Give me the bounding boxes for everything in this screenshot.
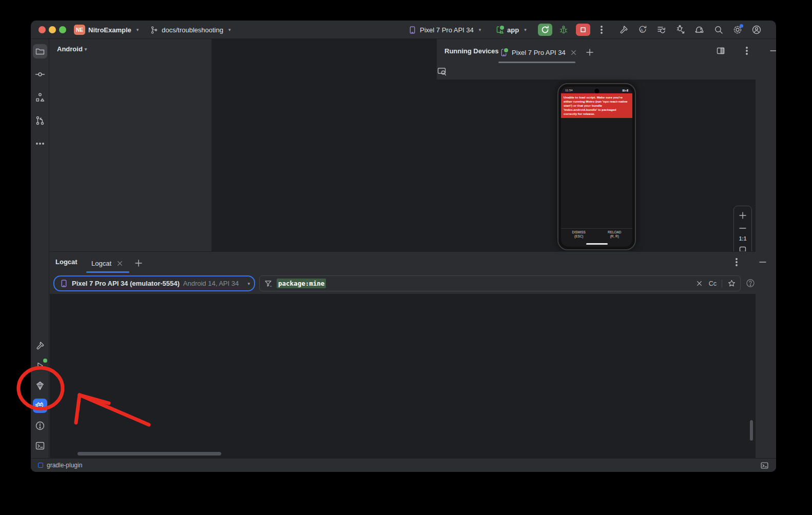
minimize-window-button[interactable]: [49, 26, 56, 33]
panel-more-icon[interactable]: [742, 46, 752, 56]
emulator-screen: 11:54▦▴▮ Unable to load script. Make sur…: [561, 87, 632, 247]
clear-filter-icon[interactable]: [695, 279, 704, 288]
branch-icon: [150, 26, 159, 34]
active-tab-underline: [86, 271, 129, 273]
run-tool-icon[interactable]: [33, 359, 47, 373]
device-tab[interactable]: Pixel 7 Pro API 34: [499, 44, 595, 61]
project-view-selector[interactable]: Android▾: [50, 39, 211, 58]
help-icon[interactable]: [745, 278, 756, 288]
log-output: [50, 294, 756, 459]
emulator-phone[interactable]: 11:54▦▴▮ Unable to load script. Make sur…: [557, 83, 636, 250]
running-devices-title: Running Devices: [444, 47, 498, 55]
logcat-tab[interactable]: Logcat: [91, 256, 144, 270]
app-quality-insights-icon[interactable]: [33, 379, 47, 393]
navigation-pill: [586, 243, 608, 245]
dismiss-button[interactable]: DISMISS(ESC): [561, 229, 597, 240]
attach-debugger-icon[interactable]: [675, 25, 686, 35]
gradle-sync-icon[interactable]: [694, 25, 705, 35]
run-configuration-selector[interactable]: app▾: [495, 21, 527, 39]
rerun-icon: [540, 25, 550, 35]
maximize-window-button[interactable]: [59, 26, 66, 33]
settings-icon[interactable]: [732, 25, 743, 35]
stop-button[interactable]: [576, 24, 590, 36]
camera-punch-hole: [594, 89, 599, 93]
hide-panel-icon[interactable]: [768, 46, 776, 56]
layout-options-icon[interactable]: [716, 46, 726, 56]
svg-text:A: A: [640, 28, 643, 33]
build-icon[interactable]: [618, 25, 629, 35]
running-devices-panel: Running Devices Pixel 7 Pro API 34 11:54…: [436, 39, 756, 251]
branch-selector[interactable]: docs/troubleshooting▾: [150, 21, 231, 39]
build-tool-icon[interactable]: [33, 339, 47, 353]
zoom-out-icon[interactable]: [738, 223, 748, 233]
emulator-toolbar: [437, 63, 756, 80]
project-tool-icon[interactable]: [33, 44, 47, 58]
sync-icon[interactable]: [656, 25, 667, 35]
rn-stack-trace: [561, 118, 632, 120]
more-actions-icon[interactable]: [596, 25, 607, 35]
close-window-button[interactable]: [38, 26, 46, 33]
rn-error-banner: Unable to load script. Make sure you're …: [561, 93, 632, 118]
module-icon: [38, 463, 43, 468]
android-icon: [495, 26, 504, 34]
vertical-scrollbar[interactable]: [750, 420, 753, 441]
match-case-toggle[interactable]: Cc: [709, 280, 717, 287]
device-icon: [408, 26, 417, 34]
commit-tool-icon[interactable]: [33, 67, 47, 82]
title-bar: NE NitroExample▾ docs/troubleshooting▾ P…: [31, 21, 776, 39]
terminal-tool-icon[interactable]: [33, 439, 47, 453]
ide-window: NE NitroExample▾ docs/troubleshooting▾ P…: [31, 21, 776, 472]
new-tab-icon[interactable]: [585, 47, 595, 57]
editor-area: [212, 39, 436, 251]
screen-magnifier-icon[interactable]: [437, 66, 447, 76]
horizontal-scrollbar[interactable]: [78, 452, 221, 455]
status-module-label: gradle-plugin: [47, 462, 82, 469]
structure-tool-icon[interactable]: [33, 90, 47, 105]
favorite-filter-icon[interactable]: [727, 279, 736, 288]
reload-button[interactable]: RELOAD(R, R): [597, 229, 633, 240]
combo-device-icon: [60, 279, 68, 288]
new-logcat-tab-icon[interactable]: [133, 258, 144, 268]
feedback-icon[interactable]: [760, 461, 769, 470]
zoom-in-icon[interactable]: [738, 210, 748, 221]
logcat-tool-icon[interactable]: [33, 399, 47, 413]
project-panel: Android▾: [50, 39, 212, 251]
logcat-device-selector[interactable]: Pixel 7 Pro API 34 (emulator-5554) Andro…: [53, 275, 255, 291]
device-tab-icon: [499, 48, 508, 57]
more-tool-windows-icon[interactable]: [33, 136, 47, 151]
logcat-panel-title: Logcat: [55, 258, 78, 266]
logcat-panel: Logcat Logcat Pixel 7 Pro API 34 (emulat…: [50, 251, 756, 458]
filter-query: package:mine: [277, 279, 326, 288]
logcat-more-icon[interactable]: [731, 257, 742, 267]
device-selector[interactable]: Pixel 7 Pro API 34▾: [408, 21, 481, 39]
rerun-button[interactable]: [538, 24, 552, 36]
hide-logcat-icon[interactable]: [758, 257, 768, 267]
code-with-me-icon[interactable]: A: [637, 25, 648, 35]
project-badge: NE: [74, 25, 85, 35]
status-bar: gradle-plugin: [31, 458, 776, 472]
close-tab-icon[interactable]: [569, 48, 578, 57]
close-logcat-tab-icon[interactable]: [115, 259, 124, 268]
logcat-filter-input[interactable]: package:mine Cc: [259, 275, 741, 291]
left-tool-strip: [31, 39, 49, 458]
zoom-reset-button[interactable]: 1:1: [739, 236, 746, 242]
debug-button[interactable]: [558, 25, 569, 35]
profile-icon[interactable]: [751, 25, 762, 35]
logcat-gutter: [50, 294, 68, 459]
project-selector[interactable]: NitroExample▾: [88, 21, 139, 39]
filter-funnel-icon[interactable]: [264, 279, 273, 288]
pull-requests-tool-icon[interactable]: [33, 113, 47, 128]
problems-tool-icon[interactable]: [33, 419, 47, 433]
emulator-viewport: 11:54▦▴▮ Unable to load script. Make sur…: [437, 80, 756, 251]
stop-icon: [578, 25, 588, 35]
search-everywhere-icon[interactable]: [713, 25, 724, 35]
